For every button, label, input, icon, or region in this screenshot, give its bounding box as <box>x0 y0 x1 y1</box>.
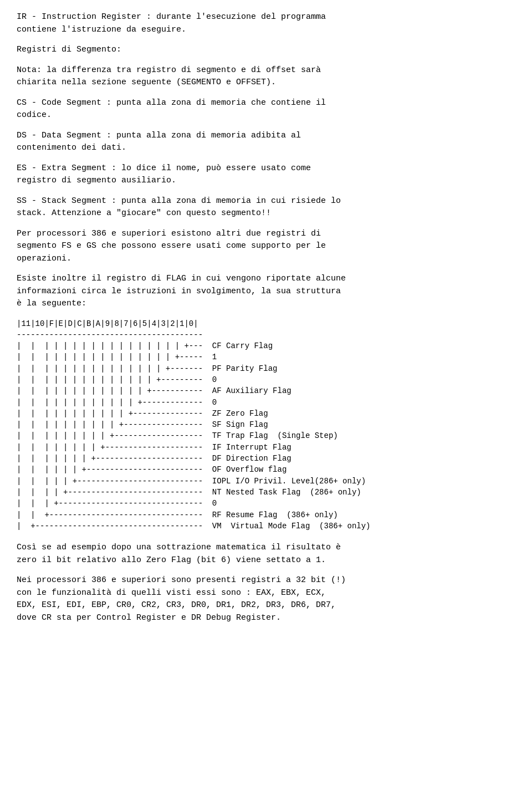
per-processori: Per processori 386 e superiori esistono … <box>17 228 515 266</box>
ds-desc: DS - Data Segment : punta alla zona di m… <box>17 130 515 155</box>
flag-diagram: |11|10|F|E|D|C|B|A|9|8|7|6|5|4|3|2|1|0| … <box>17 318 515 532</box>
es-desc: ES - Extra Segment : lo dice il nome, pu… <box>17 162 515 187</box>
page-content: IR - Instruction Register : durante l'es… <box>17 11 515 624</box>
nota-segmento: Nota: la differenza tra registro di segm… <box>17 64 515 89</box>
nei-processori: Nei processori 386 e superiori sono pres… <box>17 574 515 624</box>
ss-desc: SS - Stack Segment : punta alla zona di … <box>17 195 515 220</box>
registri-heading: Registri di Segmento: <box>17 44 515 57</box>
flag-desc: Esiste inoltre il registro di FLAG in cu… <box>17 273 515 310</box>
cs-desc: CS - Code Segment : punta alla zona di m… <box>17 97 515 122</box>
ir-desc: IR - Instruction Register : durante l'es… <box>17 11 515 36</box>
cosi-se: Così se ad esempio dopo una sottrazione … <box>17 542 515 567</box>
